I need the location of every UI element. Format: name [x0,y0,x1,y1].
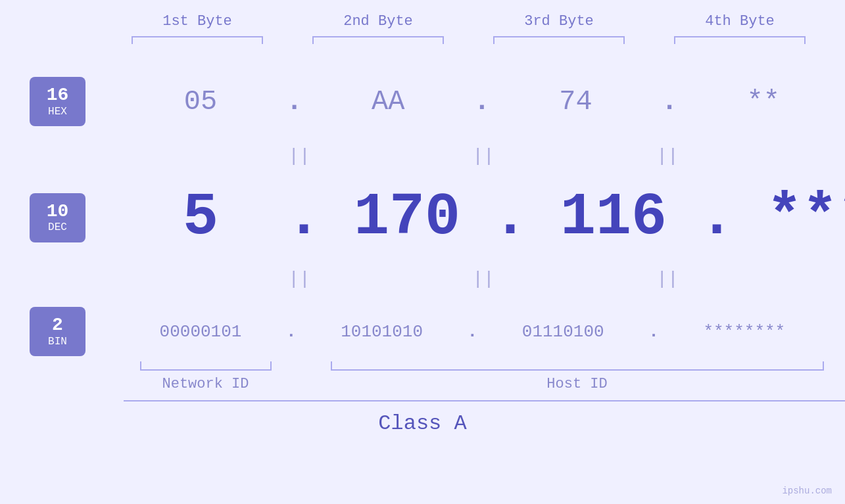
hex-dot-2: . [473,88,490,116]
hex-badge: 16 HEX [30,77,85,126]
hex-byte-3: 74 [493,86,658,118]
bin-dot-2: . [468,323,478,340]
dec-values: 5 . 170 . 116 . *** [99,184,845,251]
hex-byte-2: AA [306,86,470,118]
id-section: Network ID Host ID [124,361,846,392]
dec-byte-2: 170 [325,184,489,251]
bin-byte-4: ******** [662,322,827,342]
byte-label-3: 3rd Byte [487,13,631,30]
bin-byte-2: 10101010 [300,322,464,342]
bracket-4 [674,36,806,44]
byte-label-1: 1st Byte [125,13,270,30]
byte-label-2: 2nd Byte [306,13,450,30]
class-footer-line [124,400,846,401]
hex-dot-3: . [661,88,677,116]
equals-values-1: || || || || [197,146,845,166]
bracket-3 [493,36,625,44]
dec-badge-number: 10 [47,202,69,222]
bin-badge: 2 BIN [30,307,85,356]
bracket-2 [312,36,444,44]
hex-byte-1: 05 [118,86,283,118]
hex-badge-number: 16 [47,85,69,106]
network-id-label: Network ID [162,376,249,392]
dec-dot-3: . [699,188,735,247]
hex-dot-1: . [286,88,302,116]
equals-1-b1: || [217,146,381,166]
equals-1-b4: || [769,146,845,166]
host-bracket [331,361,824,371]
bin-row: 2 BIN 00000101 . 10101010 . 01110100 . *… [0,307,845,356]
main-container: 1st Byte 2nd Byte 3rd Byte 4th Byte 16 H… [0,0,845,504]
equals-row-2: || || || || [0,254,845,304]
equals-1-b3: || [585,146,750,166]
network-id-area: Network ID [124,361,288,392]
dec-byte-3: 116 [531,184,696,251]
top-bracket-row [107,36,831,44]
bracket-1 [132,36,263,44]
dec-byte-1: 5 [118,184,283,251]
footer-credit: ipshu.com [782,486,832,496]
hex-values: 05 . AA . 74 . ** [99,86,845,118]
equals-2-b4: || [769,269,845,289]
hex-row: 16 HEX 05 . AA . 74 . ** [0,77,845,126]
class-label: Class A [0,411,845,436]
dec-byte-4: *** [738,184,845,251]
network-bracket [140,361,272,371]
host-id-label: Host ID [546,376,607,392]
equals-1-b2: || [401,146,566,166]
dec-dot-1: . [286,188,322,247]
equals-2-b1: || [217,269,381,289]
bin-byte-1: 00000101 [118,322,283,342]
bin-byte-3: 01110100 [481,322,645,342]
hex-badge-label: HEX [48,106,67,118]
equals-row-1: || || || || [0,131,845,181]
bin-badge-number: 2 [52,315,63,336]
equals-values-2: || || || || [197,269,845,289]
equals-2-b3: || [585,269,750,289]
equals-2-b2: || [401,269,566,289]
bin-dot-3: . [648,323,659,340]
byte-labels-row: 1st Byte 2nd Byte 3rd Byte 4th Byte [107,13,831,30]
dec-badge: 10 DEC [30,193,85,242]
dec-row: 10 DEC 5 . 170 . 116 . *** [0,184,845,251]
dec-badge-label: DEC [48,221,67,233]
bin-dot-1: . [286,323,297,340]
bin-values: 00000101 . 10101010 . 01110100 . *******… [99,322,845,342]
hex-byte-4: ** [681,86,845,118]
dec-dot-2: . [493,188,528,247]
bin-badge-label: BIN [48,336,67,348]
host-id-area: Host ID [308,361,846,392]
byte-label-4: 4th Byte [667,13,812,30]
